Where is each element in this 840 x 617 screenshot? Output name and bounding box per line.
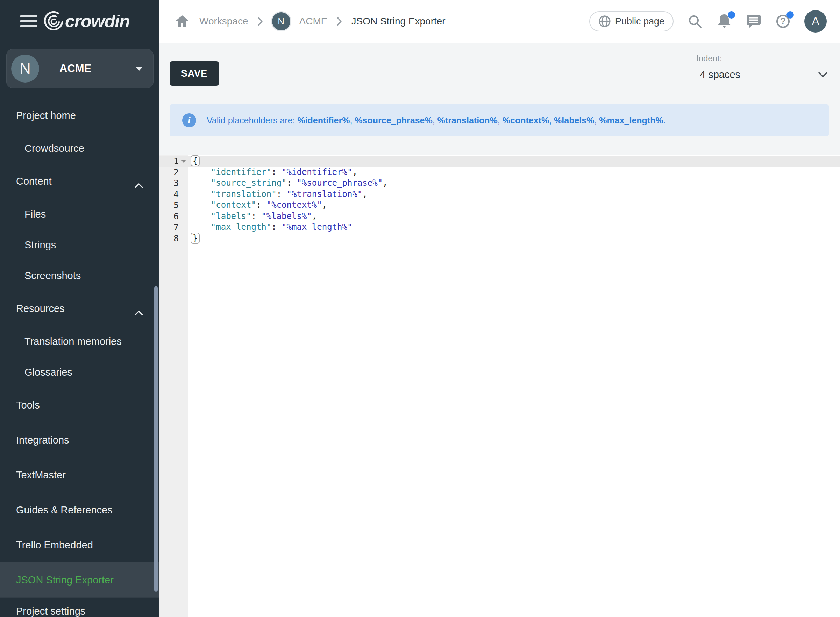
public-page-label: Public page <box>615 16 665 27</box>
indent-value: 4 spaces <box>700 69 740 80</box>
sidebar-item-label: Crowdsource <box>25 143 84 154</box>
notifications-bell-icon[interactable] <box>716 13 732 30</box>
banner-text: Valid placeholders are: %identifier%, %s… <box>207 115 666 125</box>
sidebar: N ACME Project homeCrowdsourceContentFil… <box>0 43 159 617</box>
line-number: 2 <box>159 167 188 178</box>
sidebar-item-label: Files <box>25 208 46 220</box>
line-number: 3 <box>159 178 188 189</box>
code-text: "identifier": "%identifier%", <box>188 167 357 178</box>
code-text: "translation": "%translation%", <box>188 189 367 200</box>
line-number: 7 <box>159 222 188 233</box>
help-icon[interactable]: ? <box>775 13 791 30</box>
code-line[interactable]: 4 "translation": "%translation%", <box>159 189 840 200</box>
chevron-up-icon[interactable] <box>135 306 143 318</box>
crowdin-logo-icon <box>43 11 63 31</box>
sidebar-item-label: Content <box>16 176 52 187</box>
chevron-up-icon[interactable] <box>135 179 143 190</box>
sidebar-item-label: Project home <box>16 110 76 121</box>
code-line[interactable]: 7 "max_length": "%max_length%" <box>159 222 840 233</box>
sidebar-item-project-home[interactable]: Project home <box>0 98 159 133</box>
globe-icon <box>598 15 611 28</box>
code-line[interactable]: 1{ <box>159 156 840 167</box>
sidebar-item-tools[interactable]: Tools <box>0 388 159 422</box>
crowdin-logo[interactable]: crowdin <box>43 11 130 31</box>
sidebar-item-content[interactable]: Content <box>0 164 159 199</box>
code-line[interactable]: 8} <box>159 233 840 244</box>
code-text: "context": "%context%", <box>188 200 327 211</box>
sidebar-item-label: Trello Embedded <box>16 539 93 551</box>
help-dot <box>787 11 794 19</box>
sidebar-item-translation-memories[interactable]: Translation memories <box>0 326 159 357</box>
sidebar-item-files[interactable]: Files <box>0 199 159 229</box>
indent-control: Indent: 4 spaces <box>696 53 829 86</box>
sidebar-item-glossaries[interactable]: Glossaries <box>0 357 159 388</box>
chevron-down-icon <box>136 67 143 71</box>
sidebar-item-label: Project settings <box>16 605 85 617</box>
sidebar-item-label: Glossaries <box>25 366 72 378</box>
org-avatar: N <box>11 55 39 83</box>
org-switcher[interactable]: N ACME <box>6 49 153 88</box>
code-text: "source_string": "%source_phrase%", <box>188 178 388 189</box>
crowdin-logo-text: crowdin <box>65 11 130 31</box>
banner-placeholder: %labels% <box>554 115 594 125</box>
line-number: 4 <box>159 189 188 200</box>
sidebar-item-label: JSON String Exporter <box>16 574 113 586</box>
banner-placeholder: %max_length% <box>599 115 663 125</box>
sidebar-item-json-string-exporter[interactable]: JSON String Exporter <box>0 562 159 598</box>
org-name: ACME <box>59 62 91 75</box>
home-icon[interactable] <box>174 13 190 30</box>
topbar: Workspace N ACME JSON String Exporter Pu… <box>159 0 840 43</box>
code-text: { <box>188 156 200 167</box>
sidebar-item-crowdsource[interactable]: Crowdsource <box>0 133 159 164</box>
sidebar-item-screenshots[interactable]: Screenshots <box>0 260 159 291</box>
indent-select[interactable]: 4 spaces <box>696 69 829 86</box>
sidebar-item-integrations[interactable]: Integrations <box>0 422 159 458</box>
search-icon[interactable] <box>687 13 703 30</box>
public-page-button[interactable]: Public page <box>589 11 673 31</box>
banner-placeholder: %context% <box>503 115 549 125</box>
sidebar-item-project-settings[interactable]: Project settings <box>0 598 159 617</box>
banner-placeholder: %translation% <box>438 115 498 125</box>
line-number: 5 <box>159 200 188 211</box>
sidebar-item-strings[interactable]: Strings <box>0 229 159 260</box>
sidebar-item-trello-embedded[interactable]: Trello Embedded <box>0 527 159 562</box>
sidebar-item-label: Strings <box>25 239 56 251</box>
code-editor[interactable]: 1{2 "identifier": "%identifier%",3 "sour… <box>159 155 840 617</box>
topbar-brand-section: crowdin <box>0 0 159 43</box>
sidebar-item-label: Screenshots <box>25 270 81 282</box>
chevron-right-icon <box>336 16 342 26</box>
code-line[interactable]: 6 "labels": "%labels%", <box>159 211 840 222</box>
breadcrumb-project[interactable]: ACME <box>299 16 328 27</box>
menu-icon[interactable] <box>20 15 37 28</box>
chevron-right-icon <box>257 16 263 26</box>
crowdin-app: crowdin Workspace N ACME JSON String Exp… <box>0 0 840 617</box>
notification-dot <box>728 11 735 19</box>
breadcrumb-workspace[interactable]: Workspace <box>199 16 248 27</box>
sidebar-item-label: TextMaster <box>16 469 66 481</box>
line-number: 6 <box>159 211 188 222</box>
sidebar-item-textmaster[interactable]: TextMaster <box>0 458 159 493</box>
breadcrumb-current-page: JSON String Exporter <box>351 16 445 27</box>
project-avatar[interactable]: N <box>272 12 290 30</box>
sidebar-item-label: Guides & References <box>16 504 113 516</box>
sidebar-nav: Project homeCrowdsourceContentFilesStrin… <box>0 98 159 617</box>
sidebar-item-label: Integrations <box>16 434 69 446</box>
sidebar-item-label: Translation memories <box>25 336 122 347</box>
chevron-down-icon <box>818 72 828 78</box>
sidebar-scrollbar[interactable] <box>154 286 158 592</box>
main-content: SAVE Indent: 4 spaces i Valid placeholde… <box>159 43 840 617</box>
sidebar-item-guides-references[interactable]: Guides & References <box>0 493 159 527</box>
user-avatar[interactable]: A <box>804 10 827 32</box>
fold-caret-icon[interactable] <box>179 156 188 167</box>
code-line[interactable]: 3 "source_string": "%source_phrase%", <box>159 178 840 189</box>
code-line[interactable]: 2 "identifier": "%identifier%", <box>159 167 840 178</box>
banner-placeholder: %identifier% <box>297 115 350 125</box>
topbar-actions: Public page ? A <box>589 10 840 32</box>
messages-icon[interactable] <box>746 13 762 30</box>
sidebar-item-resources[interactable]: Resources <box>0 291 159 326</box>
info-icon: i <box>182 113 196 127</box>
info-banner: i Valid placeholders are: %identifier%, … <box>169 104 829 136</box>
code-line[interactable]: 5 "context": "%context%", <box>159 200 840 211</box>
sidebar-item-label: Resources <box>16 303 65 314</box>
save-button[interactable]: SAVE <box>169 61 219 86</box>
